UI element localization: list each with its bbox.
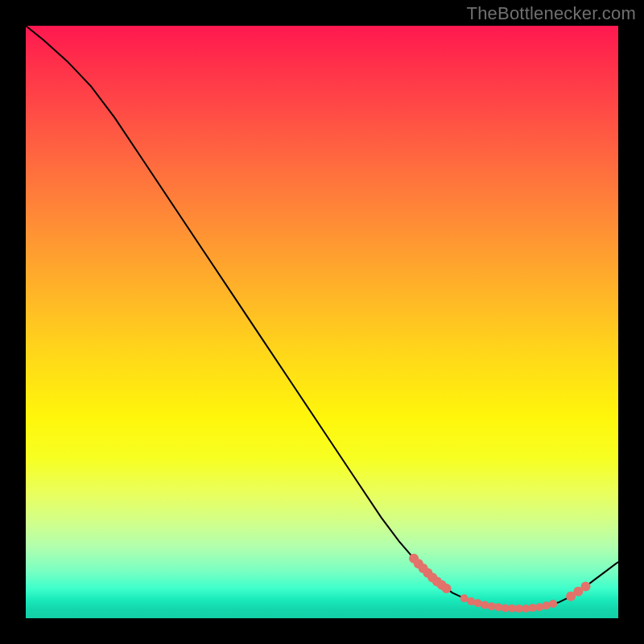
data-dot: [481, 601, 489, 609]
data-dot: [549, 600, 557, 608]
data-dot: [529, 604, 537, 612]
data-dot: [467, 597, 475, 605]
watermark-text: TheBottlenecker.com: [467, 3, 636, 24]
data-dot: [502, 604, 510, 612]
data-dot: [581, 581, 591, 591]
data-dot: [522, 605, 530, 613]
data-dot: [494, 603, 502, 611]
data-dot: [442, 584, 452, 593]
plot-area: [26, 26, 618, 618]
data-dot: [535, 603, 543, 611]
data-dot: [474, 599, 482, 607]
data-dot: [543, 601, 551, 609]
plot-svg: [26, 26, 618, 618]
chart-frame: TheBottlenecker.com: [0, 0, 644, 644]
data-dot: [488, 602, 496, 610]
dots-group: [409, 554, 590, 613]
main-curve: [26, 26, 618, 609]
